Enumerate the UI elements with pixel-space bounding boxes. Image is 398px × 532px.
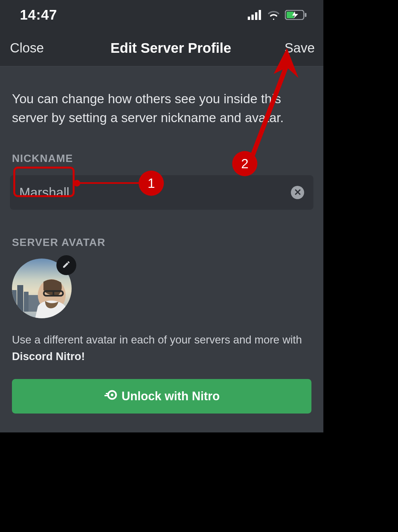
pencil-icon	[62, 260, 71, 270]
status-bar: 14:47	[0, 0, 323, 30]
nitro-upsell-text: Use a different avatar in each of your s…	[10, 332, 313, 364]
unlock-nitro-button[interactable]: Unlock with Nitro	[12, 379, 311, 414]
battery-icon	[285, 10, 307, 20]
close-icon: ✕	[294, 188, 301, 197]
svg-rect-10	[24, 292, 29, 312]
svg-point-16	[111, 394, 113, 396]
svg-rect-9	[17, 285, 23, 312]
nickname-input[interactable]	[19, 185, 291, 200]
save-button[interactable]: Save	[285, 40, 315, 55]
svg-rect-1	[251, 15, 254, 20]
status-icons	[248, 10, 307, 20]
edit-avatar-button[interactable]	[56, 255, 76, 275]
page-title: Edit Server Profile	[44, 40, 285, 56]
server-avatar-label: SERVER AVATAR	[10, 236, 313, 249]
clear-input-button[interactable]: ✕	[291, 186, 304, 199]
svg-rect-8	[12, 290, 17, 310]
nitro-button-label: Unlock with Nitro	[122, 389, 220, 403]
nickname-input-container[interactable]: ✕	[10, 175, 313, 210]
description-text: You can change how others see you inside…	[10, 90, 313, 127]
svg-rect-0	[248, 17, 250, 20]
close-button[interactable]: Close	[10, 40, 44, 55]
status-time: 14:47	[20, 7, 57, 23]
cellular-icon	[248, 10, 262, 20]
nickname-label: NICKNAME	[10, 152, 313, 165]
svg-rect-5	[305, 13, 306, 17]
nitro-icon	[104, 388, 117, 405]
wifi-icon	[267, 10, 280, 20]
header: Close Edit Server Profile Save	[0, 30, 323, 66]
svg-rect-2	[255, 12, 257, 20]
svg-rect-3	[259, 10, 261, 20]
